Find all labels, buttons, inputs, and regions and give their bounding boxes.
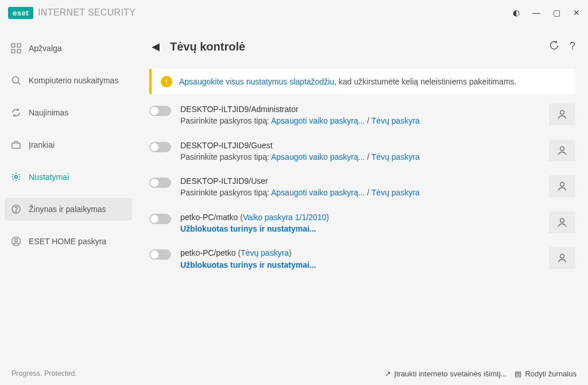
sidebar-item-update[interactable]: Naujinimas xyxy=(5,101,132,124)
titlebar: eset INTERNET SECURITY ◐ — ▢ ✕ xyxy=(0,0,588,25)
account-name: DESKTOP-ILTJID9/Administrator xyxy=(180,103,540,115)
account-toggle[interactable] xyxy=(149,106,171,116)
sidebar-item-label: Naujinimas xyxy=(29,108,68,117)
window-controls: ◐ — ▢ ✕ xyxy=(513,8,580,17)
maximize-button[interactable]: ▢ xyxy=(553,8,560,17)
svg-point-12 xyxy=(560,110,564,114)
user-circle-icon xyxy=(10,236,22,247)
warning-icon: ! xyxy=(161,76,172,87)
notice-link[interactable]: Apsaugokite visus nustatymus slaptažodži… xyxy=(179,77,334,86)
external-link-icon: ↗ xyxy=(385,369,391,378)
product-name: INTERNET SECURITY xyxy=(38,7,136,18)
svg-point-7 xyxy=(15,176,18,179)
blocked-content-link[interactable]: Užblokuotas turinys ir nustatymai... xyxy=(180,224,316,233)
page-title: Tėvų kontrolė xyxy=(170,40,245,53)
account-name: petko-PC/petko xyxy=(180,248,236,257)
sidebar-item-label: Kompiuterio nuskaitymas xyxy=(29,76,118,85)
account-name-line: petko-PC/matko (Vaiko paskyra 1/1/2010) xyxy=(180,211,540,223)
svg-point-4 xyxy=(13,77,19,83)
protect-child-link[interactable]: Apsaugoti vaiko paskyrą... xyxy=(271,188,365,197)
close-button[interactable]: ✕ xyxy=(573,8,580,17)
account-toggle[interactable] xyxy=(149,142,171,152)
account-toggle[interactable] xyxy=(149,178,171,188)
user-profile-button[interactable] xyxy=(549,103,575,125)
account-name: DESKTOP-ILTJID9/Guest xyxy=(180,140,540,151)
sidebar-item-home-account[interactable]: ESET HOME paskyra xyxy=(5,230,132,253)
show-logs-link[interactable]: ▤ Rodyti žurnalus xyxy=(514,369,577,378)
account-name: petko-PC/matko xyxy=(180,213,238,222)
account-row: DESKTOP-ILTJID9/Guest Pasirinkite paskyr… xyxy=(149,140,575,163)
search-icon xyxy=(10,75,22,86)
protect-child-link[interactable]: Apsaugoti vaiko paskyrą... xyxy=(271,116,365,125)
svg-point-14 xyxy=(560,183,564,187)
svg-point-13 xyxy=(560,147,564,151)
minimize-button[interactable]: — xyxy=(532,8,540,17)
accounts-list: DESKTOP-ILTJID9/Administrator Pasirinkit… xyxy=(149,103,575,271)
svg-line-5 xyxy=(18,83,21,85)
account-name: DESKTOP-ILTJID9/User xyxy=(180,175,540,187)
content-pane: ◀ Tėvų kontrolė ? ! Apsaugokite visus nu… xyxy=(137,25,588,362)
help-icon[interactable]: ? xyxy=(570,40,575,53)
account-row: DESKTOP-ILTJID9/Administrator Pasirinkit… xyxy=(149,103,575,127)
sidebar-item-label: Nustatymai xyxy=(29,172,69,182)
svg-point-16 xyxy=(560,255,564,259)
sidebar-item-overview[interactable]: Apžvalga xyxy=(5,37,132,60)
sidebar-item-scan[interactable]: Kompiuterio nuskaitymas xyxy=(5,69,132,92)
account-row: petko-PC/matko (Vaiko paskyra 1/1/2010) … xyxy=(149,211,575,235)
page-header: ◀ Tėvų kontrolė ? xyxy=(149,38,575,55)
sidebar-item-tools[interactable]: Įrankiai xyxy=(5,133,132,156)
contrast-icon[interactable]: ◐ xyxy=(513,8,520,17)
sidebar-item-label: Įrankiai xyxy=(29,140,55,149)
account-toggle[interactable] xyxy=(149,249,171,260)
footer: Progress. Protected. ↗ Įtraukti internet… xyxy=(0,362,588,385)
svg-rect-6 xyxy=(12,143,20,148)
reload-icon[interactable] xyxy=(549,40,559,53)
account-type-line: Pasirinkite paskyros tipą: Apsaugoti vai… xyxy=(180,151,540,163)
svg-point-9 xyxy=(16,211,16,211)
parent-account-role[interactable]: Tėvų paskyra xyxy=(241,248,289,257)
svg-point-11 xyxy=(15,239,18,242)
sidebar-item-help[interactable]: Žinynas ir palaikymas xyxy=(5,198,132,221)
gear-icon xyxy=(10,171,22,183)
account-toggle[interactable] xyxy=(149,214,171,224)
account-type-line: Pasirinkite paskyros tipą: Apsaugoti vai… xyxy=(180,187,540,198)
account-name-line: petko-PC/petko (Tėvų paskyra) xyxy=(180,247,540,259)
notice-tail: , kad užkirstumėte kelią neleistiniems p… xyxy=(334,77,516,86)
account-type-line: Pasirinkite paskyros tipą: Apsaugoti vai… xyxy=(180,115,540,126)
svg-rect-0 xyxy=(11,44,15,47)
sidebar-item-settings[interactable]: Nustatymai xyxy=(5,165,132,188)
svg-point-15 xyxy=(560,218,564,222)
help-icon xyxy=(10,203,22,215)
sidebar: Apžvalga Kompiuterio nuskaitymas Naujini… xyxy=(0,25,137,362)
svg-rect-1 xyxy=(17,44,21,47)
footer-slogan: Progress. Protected. xyxy=(11,369,77,378)
child-account-role[interactable]: Vaiko paskyra 1/1/2010 xyxy=(243,213,326,222)
back-button[interactable]: ◀ xyxy=(149,38,162,55)
user-profile-button[interactable] xyxy=(549,211,575,233)
account-row: DESKTOP-ILTJID9/User Pasirinkite paskyro… xyxy=(149,175,575,199)
password-notice: ! Apsaugokite visus nustatymus slaptažod… xyxy=(149,69,575,94)
parent-account-link[interactable]: Tėvų paskyra xyxy=(372,116,420,125)
sidebar-item-label: Žinynas ir palaikymas xyxy=(29,205,106,214)
parent-account-link[interactable]: Tėvų paskyra xyxy=(372,152,420,161)
sidebar-item-label: Apžvalga xyxy=(29,44,62,53)
user-profile-button[interactable] xyxy=(549,175,575,197)
grid-icon xyxy=(10,43,22,54)
svg-rect-2 xyxy=(11,49,15,53)
add-website-exception-link[interactable]: ↗ Įtraukti interneto svetainės išimtį... xyxy=(385,369,507,378)
svg-rect-3 xyxy=(17,49,21,53)
user-profile-button[interactable] xyxy=(549,140,575,161)
eset-logo-badge: eset xyxy=(8,7,33,19)
blocked-content-link[interactable]: Užblokuotas turinys ir nustatymai... xyxy=(180,260,316,270)
account-row: petko-PC/petko (Tėvų paskyra) Užblokuota… xyxy=(149,247,575,271)
list-icon: ▤ xyxy=(514,369,521,378)
brand-logo: eset INTERNET SECURITY xyxy=(8,7,136,19)
protect-child-link[interactable]: Apsaugoti vaiko paskyrą... xyxy=(271,152,365,161)
briefcase-icon xyxy=(10,139,22,151)
notice-text: Apsaugokite visus nustatymus slaptažodži… xyxy=(179,77,517,86)
user-profile-button[interactable] xyxy=(549,247,575,269)
refresh-icon xyxy=(10,107,22,118)
sidebar-item-label: ESET HOME paskyra xyxy=(29,237,106,246)
parent-account-link[interactable]: Tėvų paskyra xyxy=(372,188,420,197)
